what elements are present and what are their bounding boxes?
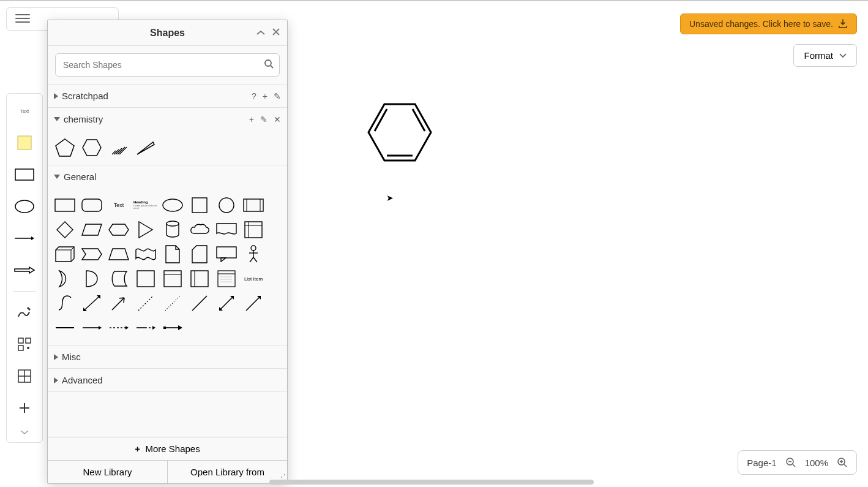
open-library-button[interactable]: Open Library from (168, 461, 287, 483)
section-label: chemistry (64, 114, 103, 124)
svg-point-27 (219, 198, 234, 213)
svg-line-68 (220, 297, 233, 309)
section-header-general[interactable]: General (48, 165, 287, 188)
shape-process[interactable] (241, 194, 266, 216)
shape-curve[interactable] (53, 292, 77, 314)
shape-cylinder[interactable] (160, 219, 185, 241)
section-header-chemistry[interactable]: chemistry + ✎ ✕ (48, 108, 287, 130)
section-header-scratchpad[interactable]: Scratchpad ? + ✎ (48, 85, 287, 107)
shape-solid-diag[interactable] (187, 292, 212, 314)
arrow-tool[interactable] (12, 258, 37, 282)
note-tool[interactable] (12, 130, 37, 155)
shape-arrow-diag[interactable] (241, 292, 266, 314)
text-tool[interactable]: Text (12, 99, 37, 123)
menu-button[interactable] (15, 11, 30, 26)
line-tool[interactable] (12, 226, 37, 251)
svg-line-92 (844, 464, 847, 467)
shape-ellipse[interactable] (160, 194, 185, 216)
horizontal-scrollbar[interactable] (269, 480, 594, 485)
svg-line-51 (253, 257, 257, 262)
shape-step[interactable] (80, 243, 104, 265)
svg-line-66 (165, 296, 180, 311)
shape-square[interactable] (187, 194, 212, 216)
shapes-tool[interactable] (12, 332, 37, 357)
shape-block-arrow-h[interactable] (160, 317, 185, 339)
page-indicator[interactable]: Page-1 (747, 458, 776, 468)
zoom-out-icon[interactable] (785, 457, 796, 468)
section-label: Scratchpad (62, 91, 108, 101)
shape-text[interactable]: Text (107, 194, 131, 216)
shape-diamond[interactable] (53, 219, 77, 241)
shape-trapezoid[interactable] (107, 243, 131, 265)
zoom-in-icon[interactable] (837, 457, 848, 468)
shape-hex-small[interactable] (107, 219, 131, 241)
svg-marker-44 (109, 249, 129, 260)
chevron-down-icon (20, 430, 29, 435)
add-icon[interactable]: + (263, 91, 268, 101)
shape-data-storage[interactable] (107, 268, 131, 290)
shape-actor[interactable] (241, 243, 266, 265)
shape-pentagon[interactable] (53, 137, 77, 159)
pencil-icon[interactable]: ✎ (260, 115, 268, 124)
section-header-advanced[interactable]: Advanced (48, 369, 287, 391)
add-tool[interactable] (12, 396, 37, 420)
ellipse-tool[interactable] (12, 194, 37, 219)
shape-crescent[interactable] (53, 268, 77, 290)
new-library-button[interactable]: New Library (48, 461, 168, 483)
shape-arrow-up[interactable] (107, 292, 131, 314)
shape-circle[interactable] (214, 194, 239, 216)
shape-cube[interactable] (53, 243, 77, 265)
shape-tape[interactable] (133, 243, 158, 265)
table-tool[interactable] (12, 364, 37, 388)
help-icon[interactable]: ? (252, 91, 256, 101)
triangle-right-icon (54, 93, 58, 99)
shape-round-rect[interactable] (80, 194, 104, 216)
panel-collapse-button[interactable] (256, 28, 265, 37)
search-input[interactable] (55, 53, 280, 77)
shape-cloud[interactable] (187, 219, 212, 241)
shapes-panel: Shapes Scratchpad ? + ✎ (47, 20, 288, 484)
panel-close-button[interactable] (272, 28, 280, 37)
shape-note[interactable] (160, 243, 185, 265)
freehand-tool[interactable] (12, 300, 37, 325)
shape-titled-rect[interactable] (160, 268, 185, 290)
unsaved-notice[interactable]: Unsaved changes. Click here to save. (680, 13, 857, 34)
canvas-benzene-shape[interactable] (366, 102, 433, 163)
shape-heading[interactable]: HeadingLorem ipsum dolor sit amet (133, 194, 158, 216)
shape-rect[interactable] (53, 194, 77, 216)
shape-internal-storage[interactable] (241, 219, 266, 241)
shape-dashed-arrow[interactable] (107, 317, 131, 339)
pencil-icon[interactable]: ✎ (274, 91, 281, 101)
shape-hexagon[interactable] (80, 137, 104, 159)
shape-dotted-diag[interactable] (160, 292, 185, 314)
close-icon[interactable]: ✕ (274, 115, 281, 124)
shape-half-dashed[interactable] (133, 317, 158, 339)
shape-triangle[interactable] (133, 219, 158, 241)
shape-card[interactable] (187, 243, 212, 265)
shape-parallelogram[interactable] (80, 219, 104, 241)
shape-arrow-h[interactable] (80, 317, 104, 339)
shape-bidirectional-arrow[interactable] (80, 292, 104, 314)
shape-container[interactable] (133, 268, 158, 290)
svg-rect-36 (245, 222, 262, 238)
svg-rect-53 (164, 271, 181, 287)
shape-dashed-line[interactable] (133, 292, 158, 314)
shape-document[interactable] (214, 219, 239, 241)
more-shapes-button[interactable]: + More Shapes (48, 437, 287, 461)
expand-collapse[interactable] (12, 428, 37, 437)
shape-hatch[interactable] (107, 137, 131, 159)
shape-solid-line[interactable] (53, 317, 77, 339)
add-icon[interactable]: + (249, 115, 254, 124)
shape-callout[interactable] (214, 243, 239, 265)
shape-bidir-diag[interactable] (214, 292, 239, 314)
format-button[interactable]: Format (793, 44, 857, 67)
rectangle-tool[interactable] (12, 162, 37, 187)
shape-side-titled[interactable] (187, 268, 212, 290)
zoom-level[interactable]: 100% (805, 458, 828, 468)
shape-wedge[interactable] (133, 137, 158, 159)
shape-list-item[interactable]: List Item (241, 268, 266, 290)
search-icon[interactable] (264, 59, 274, 71)
section-header-misc[interactable]: Misc (48, 345, 287, 368)
shape-half-circle[interactable] (80, 268, 104, 290)
shape-listbox[interactable] (214, 268, 239, 290)
